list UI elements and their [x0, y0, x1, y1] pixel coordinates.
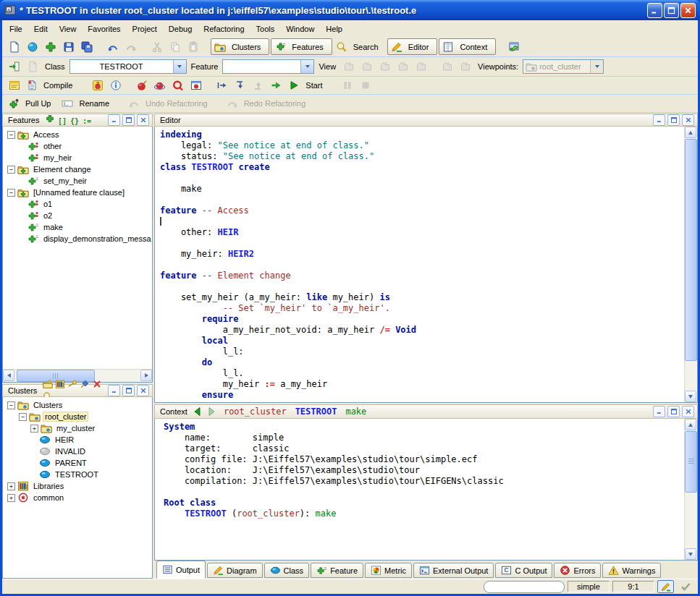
scroll-down-button[interactable]: [685, 391, 696, 402]
pane-minimize-button[interactable]: [108, 114, 120, 126]
ignore-breakpoints-button[interactable]: [169, 77, 186, 93]
step-into-button[interactable]: [232, 77, 248, 93]
pane-close-button[interactable]: [137, 114, 149, 126]
tab-errors[interactable]: Errors: [554, 563, 601, 578]
menu-file[interactable]: File: [4, 22, 28, 36]
close-button[interactable]: [680, 3, 696, 18]
tab-warnings[interactable]: Warnings: [602, 563, 661, 578]
validity-button[interactable]: [677, 580, 693, 593]
search-button[interactable]: Search: [334, 39, 386, 54]
new-document-button[interactable]: [6, 39, 22, 55]
tab-c-output[interactable]: CC Output: [495, 563, 552, 578]
collapse-icon[interactable]: −: [7, 131, 15, 139]
key-remove-button[interactable]: [66, 379, 78, 390]
vertical-scrollbar[interactable]: [684, 419, 697, 560]
vertical-scrollbar[interactable]: [684, 127, 697, 402]
chevron-down-icon[interactable]: [173, 60, 186, 73]
breakpoints-window-button[interactable]: [187, 77, 204, 93]
breadcrumb-root_cluster[interactable]: root_cluster: [224, 406, 287, 417]
tab-output[interactable]: Output: [156, 561, 206, 579]
tree-item-element-change[interactable]: −Element change: [3, 163, 152, 175]
braces-button[interactable]: {}: [68, 116, 80, 127]
breadcrumb-make[interactable]: make: [345, 406, 366, 417]
run-to-cursor-button[interactable]: [268, 77, 284, 93]
tree-item-common[interactable]: +common: [3, 492, 152, 503]
new-cluster-button[interactable]: [41, 379, 54, 390]
pane-maximize-button[interactable]: [122, 385, 135, 396]
tree-item-access[interactable]: −Access: [3, 129, 152, 140]
tab-feature[interactable]: Feature: [311, 563, 363, 578]
tree-item-heir[interactable]: HEIR: [3, 434, 152, 446]
expand-icon[interactable]: +: [7, 494, 15, 502]
pane-close-button[interactable]: [137, 385, 149, 396]
expand-icon[interactable]: +: [30, 425, 38, 433]
new-feature-button[interactable]: [43, 114, 56, 124]
external-commands-button[interactable]: [505, 39, 522, 55]
scroll-right-button[interactable]: [140, 370, 152, 381]
tree-item-o2[interactable]: o2: [3, 210, 152, 221]
pull-up-button[interactable]: Pull Up: [6, 96, 58, 111]
history-back-button[interactable]: [192, 406, 203, 417]
pane-minimize-button[interactable]: [653, 406, 665, 417]
menu-edit[interactable]: Edit: [28, 22, 54, 36]
pane-minimize-button[interactable]: [653, 114, 665, 126]
features-tree[interactable]: −Accessothermy_heir−Element changeset_my…: [3, 127, 152, 369]
rename-button[interactable]: I..Rename: [59, 96, 117, 111]
expand-icon[interactable]: +: [7, 482, 15, 490]
class-combo[interactable]: TESTROOT: [69, 59, 187, 74]
scrollbar-thumb[interactable]: [685, 431, 697, 493]
menu-help[interactable]: Help: [320, 22, 348, 36]
undo-button[interactable]: [104, 39, 121, 55]
tab-class[interactable]: Class: [264, 563, 310, 578]
remove-button[interactable]: [90, 379, 103, 390]
tree-item-make[interactable]: make: [3, 221, 152, 233]
scroll-left-button[interactable]: [3, 370, 14, 381]
clusters-button[interactable]: Clusters: [211, 38, 269, 55]
tree-item-my-cluster[interactable]: +my_cluster: [3, 422, 152, 434]
breadcrumb-testroot[interactable]: TESTROOT: [295, 406, 337, 417]
editor-button[interactable]: Editor: [387, 38, 438, 55]
brackets-button[interactable]: []: [56, 116, 68, 127]
tree-item-unnamed-feature-clause[interactable]: −[Unnamed feature clause]: [3, 187, 152, 198]
tree-item-my-heir[interactable]: my_heir: [3, 152, 152, 163]
tab-metric[interactable]: Metric: [365, 563, 412, 578]
menu-debug[interactable]: Debug: [163, 22, 198, 36]
menu-favorites[interactable]: Favorites: [82, 22, 126, 36]
pane-minimize-button[interactable]: [108, 385, 120, 396]
pane-maximize-button[interactable]: [122, 114, 135, 126]
tree-item-set-my-heir[interactable]: set_my_heir: [3, 175, 152, 187]
status-filter-input[interactable]: [484, 581, 565, 593]
maximize-button[interactable]: [664, 3, 679, 18]
debug-run-button[interactable]: [133, 77, 150, 93]
editor-code-area[interactable]: indexing legal: "See notice at end of cl…: [155, 127, 685, 402]
menu-tools[interactable]: Tools: [250, 22, 281, 36]
key-add-button[interactable]: [78, 379, 90, 390]
tree-item-testroot[interactable]: TESTROOT: [3, 469, 152, 480]
start-button[interactable]: Start: [286, 78, 329, 93]
tree-item-root-cluster[interactable]: −root_cluster: [3, 411, 152, 422]
tree-item-o1[interactable]: o1: [3, 198, 152, 210]
new-class-button[interactable]: [42, 39, 59, 55]
context-output-area[interactable]: System name: simple target: classic conf…: [155, 419, 685, 560]
tree-item-clusters[interactable]: −Clusters: [3, 399, 152, 411]
menu-view[interactable]: View: [54, 22, 83, 36]
tab-external-output[interactable]: External Output: [413, 563, 494, 578]
features-button[interactable]: Features: [271, 38, 332, 55]
chevron-down-icon[interactable]: [300, 60, 313, 73]
compile-button[interactable]: Compile: [24, 78, 80, 93]
scroll-up-button[interactable]: [685, 419, 696, 430]
melt-button[interactable]: [6, 77, 22, 93]
tree-item-display-demonstration-messa[interactable]: display_demonstration_messa: [3, 233, 152, 244]
scrollbar-thumb[interactable]: [685, 139, 697, 361]
feature-combo[interactable]: [222, 59, 314, 74]
debug-options-button[interactable]: [151, 77, 168, 93]
pane-maximize-button[interactable]: [667, 406, 680, 417]
menu-window[interactable]: Window: [280, 22, 320, 36]
save-all-button[interactable]: [78, 39, 95, 55]
pane-close-button[interactable]: [682, 114, 694, 126]
new-library-button[interactable]: [54, 379, 66, 390]
scroll-down-button[interactable]: [685, 548, 696, 560]
open-class-button[interactable]: [6, 59, 22, 74]
context-button[interactable]: Context: [439, 38, 496, 55]
menu-refactoring[interactable]: Refactoring: [198, 22, 250, 36]
